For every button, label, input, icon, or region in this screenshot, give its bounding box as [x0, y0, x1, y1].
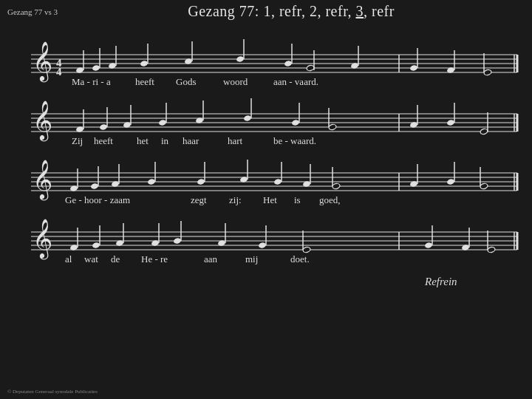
svg-text:het: het [137, 135, 149, 146]
svg-text:Het: Het [263, 194, 277, 205]
svg-text:Gods: Gods [176, 76, 196, 87]
svg-text:in: in [161, 135, 169, 146]
svg-text:mij: mij [245, 253, 258, 265]
svg-text:Ge - hoor - zaam: Ge - hoor - zaam [65, 194, 130, 205]
svg-text:hart: hart [228, 135, 243, 146]
music-area: 𝄞 4 4 [0, 21, 532, 384]
svg-text:4: 4 [56, 66, 62, 78]
svg-text:heeft: heeft [94, 135, 113, 146]
svg-text:be - waard.: be - waard. [273, 135, 316, 146]
svg-text:He - re: He - re [141, 253, 168, 265]
svg-text:haar: haar [183, 135, 200, 146]
svg-text:Refrein: Refrein [424, 276, 457, 287]
svg-text:is: is [294, 194, 301, 205]
top-left-label: Gezang 77 vs 3 [7, 7, 58, 16]
svg-text:zegt: zegt [191, 194, 207, 205]
svg-text:𝄞: 𝄞 [33, 219, 52, 260]
svg-text:doet.: doet. [290, 253, 310, 265]
svg-text:wat: wat [84, 253, 98, 265]
svg-text:woord: woord [223, 76, 248, 87]
svg-text:de: de [111, 253, 120, 265]
svg-text:Zij: Zij [72, 135, 83, 146]
svg-text:aan - vaard.: aan - vaard. [273, 76, 318, 87]
svg-text:zij:: zij: [229, 194, 242, 205]
svg-text:𝄞: 𝄞 [33, 100, 52, 142]
svg-text:heeft: heeft [135, 76, 154, 87]
svg-text:Ma - ri - a: Ma - ri - a [72, 76, 111, 87]
music-notation-svg: 𝄞 4 4 [0, 21, 532, 375]
svg-text:aan: aan [204, 253, 218, 265]
svg-text:goed,: goed, [319, 194, 341, 205]
svg-text:𝄞: 𝄞 [33, 41, 52, 83]
page-title: Gezang 77: 1, refr, 2, refr, 3, refr [58, 3, 525, 20]
top-bar: Gezang 77 vs 3 Gezang 77: 1, refr, 2, re… [0, 0, 532, 23]
copyright-notice: © Deputaten Generaal synodale Publicatie… [7, 389, 98, 395]
svg-text:𝄞: 𝄞 [33, 160, 52, 201]
svg-text:al: al [65, 253, 72, 265]
